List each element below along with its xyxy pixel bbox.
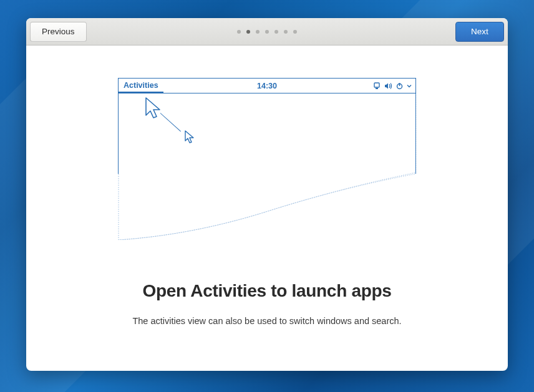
welcome-tour-window: Previous Next Activities 14:30 xyxy=(26,18,508,371)
next-button-label: Next xyxy=(471,27,488,36)
cursor-small-icon xyxy=(184,130,195,146)
power-icon xyxy=(396,82,403,90)
page-indicator xyxy=(237,30,297,34)
clock-label: 14:30 xyxy=(257,82,277,90)
page-subtitle: The activities view can also be used to … xyxy=(132,316,401,326)
activities-hotcorner: Activities xyxy=(119,79,163,93)
previous-button-label: Previous xyxy=(42,27,75,36)
page-dot xyxy=(256,30,260,34)
header-bar: Previous Next xyxy=(26,18,508,45)
volume-icon xyxy=(384,82,392,90)
page-dot xyxy=(293,30,297,34)
content-area: Activities 14:30 xyxy=(26,45,508,371)
cursor-large-icon xyxy=(144,97,164,124)
page-dot xyxy=(237,30,241,34)
next-button[interactable]: Next xyxy=(455,22,504,42)
chevron-down-icon xyxy=(407,82,412,90)
activities-illustration: Activities 14:30 xyxy=(118,78,416,240)
svg-rect-1 xyxy=(376,88,378,89)
activities-label: Activities xyxy=(124,81,158,90)
system-status-area xyxy=(373,82,412,90)
page-dot xyxy=(274,30,278,34)
previous-button[interactable]: Previous xyxy=(30,22,87,42)
page-dot-active xyxy=(246,30,250,34)
page-title: Open Activities to launch apps xyxy=(142,281,391,301)
svg-rect-0 xyxy=(374,83,379,87)
accessibility-icon xyxy=(373,82,381,90)
page-dot xyxy=(284,30,288,34)
illustration-topbar: Activities 14:30 xyxy=(118,78,416,93)
page-dot xyxy=(265,30,269,34)
